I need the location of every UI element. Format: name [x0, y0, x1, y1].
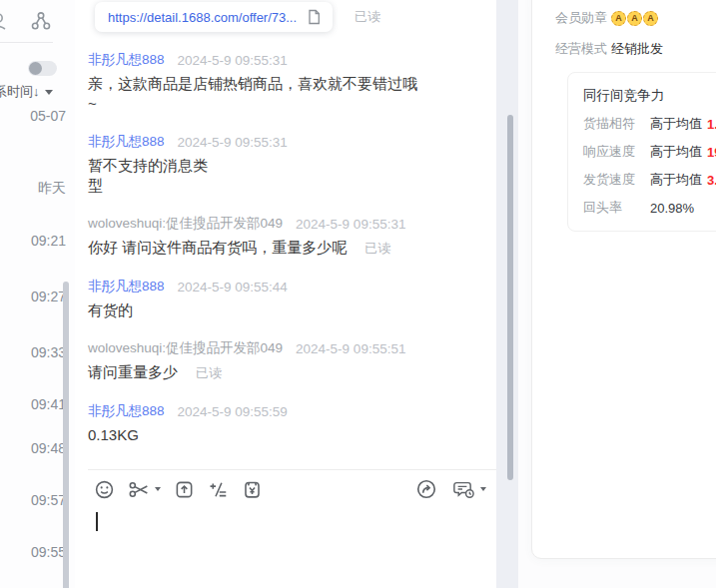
sender-name[interactable]: 非彤凡想888: [88, 278, 165, 295]
read-status: 已读: [196, 365, 222, 380]
document-copy-icon[interactable]: [307, 9, 322, 25]
message-text: 0.13KG: [88, 426, 139, 443]
panel-gutter: [496, 0, 518, 588]
seller-profile-panel: 会员勋章 A A A 经营模式 经销批发 同行间竞争力 货描相符 高于均值 1.…: [518, 0, 716, 588]
conversation-item-time[interactable]: 昨天: [6, 180, 66, 198]
mode-value: 经销批发: [611, 40, 663, 58]
contacts-partial-icon[interactable]: [0, 10, 9, 32]
emoji-smiley-icon[interactable]: [94, 479, 115, 500]
link-message-row: https://detail.1688.com/offer/73... 已读: [88, 2, 487, 32]
coupon-yuan-icon[interactable]: [242, 479, 263, 500]
message-time: 2024-5-9 09:55:59: [178, 404, 288, 419]
product-link-bubble[interactable]: https://detail.1688.com/offer/73...: [95, 2, 333, 32]
read-status: 已读: [355, 8, 380, 26]
message-time: 2024-5-9 09:55:44: [178, 280, 288, 294]
product-link[interactable]: https://detail.1688.com/offer/73...: [108, 10, 297, 25]
mode-label: 经营模式: [555, 40, 607, 58]
conversation-item-time[interactable]: 09:27: [6, 289, 66, 304]
screenshot-scissors-icon[interactable]: [128, 479, 161, 500]
quote-plus-equals-icon[interactable]: [208, 479, 229, 500]
forward-arrow-icon[interactable]: [415, 478, 437, 500]
composer: [88, 469, 496, 571]
message: 非彤凡想888 2024-5-9 09:55:44 有货的: [88, 278, 487, 320]
message: woloveshuqi:促佳搜品开发部049 2024-5-9 09:55:31…: [88, 215, 487, 259]
metric-prefix: 高于均值: [650, 143, 702, 161]
divider: [0, 42, 53, 43]
conversation-item-time[interactable]: 09:21: [6, 233, 66, 249]
conversation-list: 系时间↓ 05-07 昨天 09:21 09:27 09:33 09:41 09…: [0, 0, 75, 588]
metric-value: 20.98%: [650, 201, 694, 216]
conversation-item-time[interactable]: 09:41: [6, 396, 66, 412]
file-upload-icon[interactable]: [174, 479, 195, 500]
message-input[interactable]: [88, 501, 496, 571]
metric-label: 响应速度: [583, 143, 639, 161]
sort-label: 系时间↓: [0, 83, 40, 101]
metric-value: 1.85%: [707, 117, 716, 132]
metric-row: 发货速度 高于均值 3.92% ↑: [583, 171, 716, 189]
message: 非彤凡想888 2024-5-9 09:55:59 0.13KG: [88, 402, 487, 445]
metric-label: 发货速度: [583, 171, 639, 189]
toggle-knob: [29, 62, 42, 75]
read-status: 已读: [364, 241, 390, 256]
message-time: 2024-5-9 09:55:31: [178, 135, 288, 150]
metric-row: 货描相符 高于均值 1.85% ↑: [583, 115, 716, 133]
list-toolbar: [0, 8, 75, 34]
medal-row: 会员勋章 A A A: [555, 9, 716, 27]
filter-toggle[interactable]: [28, 61, 57, 76]
metric-row: 响应速度 高于均值 19.42% ↑: [583, 143, 716, 161]
business-mode-row: 经营模式 经销批发: [555, 40, 716, 58]
chat-scrollbar[interactable]: [507, 115, 513, 480]
chat-history-icon[interactable]: [452, 479, 486, 500]
message-text: 你好 请问这件商品有货吗，重量多少呢: [88, 239, 347, 256]
message: woloveshuqi:促佳搜品开发部049 2024-5-9 09:55:51…: [88, 339, 487, 383]
metric-prefix: 高于均值: [650, 171, 702, 189]
message-text: 请问重量多少: [88, 363, 178, 380]
metric-prefix: 高于均值: [650, 115, 702, 133]
chevron-down-icon: [45, 90, 53, 95]
message-time: 2024-5-9 09:55:31: [296, 217, 405, 232]
metric-value: 3.92%: [707, 173, 716, 188]
chevron-down-icon: [155, 487, 161, 491]
medal-badge-icon: A: [611, 11, 626, 26]
competitiveness-card: 同行间竞争力 货描相符 高于均值 1.85% ↑ 响应速度 高于均值 19.42…: [567, 72, 716, 232]
medal-label: 会员勋章: [555, 9, 607, 27]
sender-name[interactable]: woloveshuqi:促佳搜品开发部049: [88, 215, 283, 233]
message-text: 亲，这款商品是店铺热销商品，喜欢就不要错过哦~: [88, 74, 422, 114]
message: 非彤凡想888 2024-5-9 09:55:31 暂不支持的消息类型: [88, 133, 487, 196]
message-text: 有货的: [88, 301, 133, 318]
competitiveness-title: 同行间竞争力: [583, 87, 716, 105]
metric-label: 回头率: [583, 199, 639, 217]
text-cursor: [96, 512, 98, 531]
medal-badge-icon: A: [627, 11, 642, 26]
chat-app-window: 系时间↓ 05-07 昨天 09:21 09:27 09:33 09:41 09…: [0, 0, 716, 588]
medal-badge-icon: A: [643, 11, 658, 26]
sender-name[interactable]: woloveshuqi:促佳搜品开发部049: [88, 339, 283, 357]
sender-name[interactable]: 非彤凡想888: [88, 51, 165, 69]
seller-card: 会员勋章 A A A 经营模式 经销批发 同行间竞争力 货描相符 高于均值 1.…: [531, 0, 716, 559]
composer-toolbar: [88, 477, 496, 501]
conversation-item-time[interactable]: 09:55: [6, 544, 66, 560]
message: 非彤凡想888 2024-5-9 09:55:31 亲，这款商品是店铺热销商品，…: [88, 51, 487, 114]
chat-panel: https://detail.1688.com/offer/73... 已读 非…: [75, 0, 496, 588]
metric-label: 货描相符: [583, 115, 639, 133]
sender-name[interactable]: 非彤凡想888: [88, 133, 165, 151]
conversation-item-time[interactable]: 09:48: [6, 440, 66, 456]
sender-name[interactable]: 非彤凡想888: [88, 402, 165, 420]
message-time: 2024-5-9 09:55:31: [178, 53, 288, 68]
org-chart-icon[interactable]: [30, 10, 52, 32]
message-text: 暂不支持的消息类型: [88, 156, 212, 196]
member-medals: A A A: [611, 11, 658, 26]
conversation-item-time[interactable]: 09:57: [6, 492, 66, 508]
sort-by-contact-time[interactable]: 系时间↓: [0, 83, 64, 101]
message-time: 2024-5-9 09:55:51: [296, 341, 405, 356]
chevron-down-icon: [480, 487, 486, 491]
metric-row: 回头率 20.98%: [583, 199, 716, 217]
list-scrollbar[interactable]: [63, 282, 69, 588]
conversation-item-time[interactable]: 09:33: [6, 344, 66, 360]
metric-value: 19.42%: [707, 145, 716, 160]
conversation-item-time[interactable]: 05-07: [6, 108, 66, 124]
